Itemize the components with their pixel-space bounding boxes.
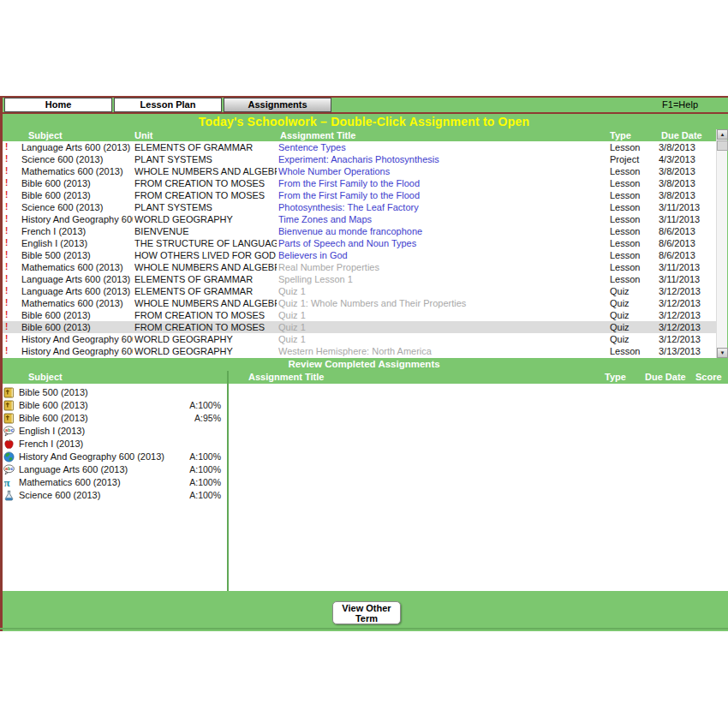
bible-book-icon xyxy=(3,413,15,424)
cell-assignment-title: Spelling Lesson 1 xyxy=(278,273,606,285)
cell-unit: FROM CREATION TO MOSES xyxy=(134,189,277,201)
cell-due-date: 3/8/2013 xyxy=(659,189,713,201)
assignment-row[interactable]: !History And Geography 600WORLD GEOGRAPH… xyxy=(3,213,716,225)
subject-list-item[interactable]: Bible 600 (2013)A:95% xyxy=(3,412,728,425)
cell-type: Lesson xyxy=(610,237,657,249)
apple-icon xyxy=(3,439,15,450)
cell-subject: English I (2013) xyxy=(21,237,133,249)
subject-name: Language Arts 600 (2013) xyxy=(19,463,128,476)
cell-due-date: 3/13/2013 xyxy=(659,345,713,357)
cell-unit: WHOLE NUMBERS AND ALGEBR xyxy=(134,165,277,177)
cell-type: Quiz xyxy=(610,333,657,345)
vertical-scrollbar[interactable]: ▲ ▼ xyxy=(716,129,727,358)
subject-name: Bible 600 (2013) xyxy=(19,412,88,425)
subject-name: Bible 500 (2013) xyxy=(19,386,88,399)
cell-unit: HOW OTHERS LIVED FOR GOD xyxy=(134,249,277,261)
subject-list-item[interactable]: abcEnglish I (2013) xyxy=(3,425,728,438)
cell-due-date: 3/8/2013 xyxy=(659,165,713,177)
assignment-row[interactable]: !Mathematics 600 (2013)WHOLE NUMBERS AND… xyxy=(3,165,716,177)
col-header-assignment-title: Assignment Title xyxy=(248,371,324,384)
subject-list-item[interactable]: abcLanguage Arts 600 (2013)A:100% xyxy=(3,463,728,476)
cell-due-date: 3/11/2013 xyxy=(659,213,713,225)
cell-type: Quiz xyxy=(610,297,657,309)
cell-due-date: 3/12/2013 xyxy=(659,309,713,321)
assignment-row[interactable]: !History And Geography 600WORLD GEOGRAPH… xyxy=(3,333,716,345)
cell-unit: THE STRUCTURE OF LANGUAG xyxy=(134,237,277,249)
subject-score: A:100% xyxy=(189,476,221,489)
svg-text:abc: abc xyxy=(5,466,13,471)
pi-icon: π xyxy=(3,477,15,488)
due-alert-icon: ! xyxy=(5,321,14,333)
assignment-row[interactable]: !Language Arts 600 (2013)ELEMENTS OF GRA… xyxy=(3,141,716,153)
cell-assignment-title: Photosynthesis: The Leaf Factory xyxy=(278,201,606,213)
due-alert-icon: ! xyxy=(5,201,14,213)
cell-unit: FROM CREATION TO MOSES xyxy=(134,321,277,333)
assignment-row[interactable]: !Bible 600 (2013)FROM CREATION TO MOSESQ… xyxy=(3,321,716,333)
subject-score: A:100% xyxy=(189,399,221,412)
scrollbar-thumb[interactable] xyxy=(717,140,728,151)
cell-due-date: 3/12/2013 xyxy=(659,285,713,297)
cell-unit: PLANT SYSTEMS xyxy=(134,201,277,213)
completed-table-header: Subject Assignment Title Type Due Date S… xyxy=(0,371,728,384)
assignment-row[interactable]: !Bible 600 (2013)FROM CREATION TO MOSESQ… xyxy=(3,309,716,321)
col-header-subject: Subject xyxy=(28,371,63,384)
assignment-row[interactable]: !Mathematics 600 (2013)WHOLE NUMBERS AND… xyxy=(3,261,716,273)
subject-name: Bible 600 (2013) xyxy=(19,399,88,412)
scroll-up-icon[interactable]: ▲ xyxy=(717,129,728,140)
assignment-row[interactable]: !History And Geography 600WORLD GEOGRAPH… xyxy=(3,345,716,357)
cell-type: Lesson xyxy=(610,177,657,189)
cell-subject: Mathematics 600 (2013) xyxy=(21,261,133,273)
tab-assignments[interactable]: Assignments xyxy=(224,98,331,112)
subject-list-item[interactable]: Bible 500 (2013) xyxy=(3,386,728,399)
col-header-unit: Unit xyxy=(134,129,152,141)
subject-list-item[interactable]: Bible 600 (2013)A:100% xyxy=(3,399,728,412)
assignment-row[interactable]: !Mathematics 600 (2013)WHOLE NUMBERS AND… xyxy=(3,297,716,309)
cell-assignment-title: Experiment: Anacharis Photosynthesis xyxy=(278,153,606,165)
assignment-row[interactable]: !Bible 600 (2013)FROM CREATION TO MOSESF… xyxy=(3,177,716,189)
assignment-row[interactable]: !Language Arts 600 (2013)ELEMENTS OF GRA… xyxy=(3,285,716,297)
tab-lesson-plan[interactable]: Lesson Plan xyxy=(114,98,222,112)
assignment-row[interactable]: !Science 600 (2013)PLANT SYSTEMSExperime… xyxy=(3,153,716,165)
scroll-down-icon[interactable]: ▼ xyxy=(717,348,728,358)
cell-assignment-title: Quiz 1 xyxy=(278,321,606,333)
subject-name: French I (2013) xyxy=(19,438,83,451)
cell-subject: Bible 500 (2013) xyxy=(21,249,133,261)
cell-assignment-title: Western Hemisphere: North America xyxy=(278,345,606,357)
view-other-term-button[interactable]: View Other Term xyxy=(332,601,401,624)
assignment-row[interactable]: !Language Arts 600 (2013)ELEMENTS OF GRA… xyxy=(3,273,716,285)
subject-list-item[interactable]: French I (2013) xyxy=(3,438,728,451)
assignment-row[interactable]: !French I (2013)BIENVENUEBienvenue au mo… xyxy=(3,225,716,237)
assignment-row[interactable]: !Bible 500 (2013)HOW OTHERS LIVED FOR GO… xyxy=(3,249,716,261)
cell-due-date: 3/12/2013 xyxy=(659,297,713,309)
assignment-row[interactable]: !English I (2013)THE STRUCTURE OF LANGUA… xyxy=(3,237,716,249)
subject-score: A:100% xyxy=(189,451,221,463)
due-alert-icon: ! xyxy=(5,345,14,357)
cell-assignment-title: Time Zones and Maps xyxy=(278,213,606,225)
cell-assignment-title: Quiz 1 xyxy=(278,285,606,297)
col-header-assignment-title: Assignment Title xyxy=(280,129,355,141)
cell-unit: BIENVENUE xyxy=(134,225,277,237)
cell-unit: ELEMENTS OF GRAMMAR xyxy=(134,273,277,285)
col-header-type: Type xyxy=(610,129,631,141)
cell-type: Lesson xyxy=(610,261,657,273)
cell-assignment-title: From the First Family to the Flood xyxy=(278,189,606,201)
cell-due-date: 3/11/2013 xyxy=(659,201,713,213)
cell-type: Quiz xyxy=(610,309,657,321)
cell-type: Lesson xyxy=(610,201,657,213)
cell-due-date: 3/8/2013 xyxy=(659,177,713,189)
subject-list-item[interactable]: History And Geography 600 (2013)A:100% xyxy=(3,451,728,463)
assignment-row[interactable]: !Science 600 (2013)PLANT SYSTEMSPhotosyn… xyxy=(3,201,716,213)
assignment-row[interactable]: !Bible 600 (2013)FROM CREATION TO MOSESF… xyxy=(3,189,716,201)
abc-bubble-icon: abc xyxy=(3,464,15,475)
cell-type: Project xyxy=(610,153,657,165)
cell-assignment-title: Real Number Properties xyxy=(278,261,606,273)
bible-book-icon xyxy=(3,400,15,411)
due-alert-icon: ! xyxy=(5,225,14,237)
cell-subject: History And Geography 600 xyxy=(21,345,133,357)
subject-list-item[interactable]: πMathematics 600 (2013)A:100% xyxy=(3,476,728,489)
cell-subject: Language Arts 600 (2013) xyxy=(21,273,133,285)
subject-list-item[interactable]: Science 600 (2013)A:100% xyxy=(3,489,728,502)
col-header-subject: Subject xyxy=(28,129,63,141)
subject-score: A:100% xyxy=(189,463,221,476)
tab-home[interactable]: Home xyxy=(4,98,112,112)
